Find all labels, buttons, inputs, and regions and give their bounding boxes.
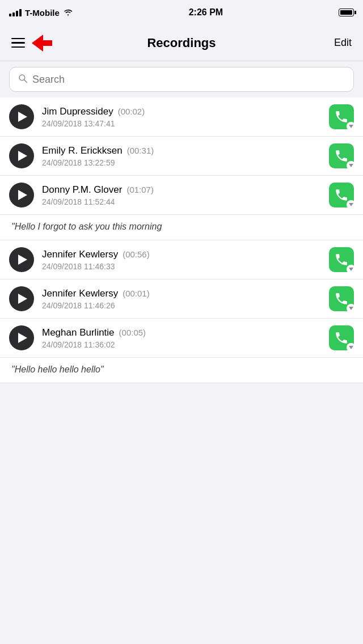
play-button[interactable] [9,325,34,350]
back-arrow-icon [32,35,52,52]
transcript-row: "Hello hello hello hello" [0,358,363,383]
item-name: Jim Dupressidey [42,106,113,117]
item-name-row: Jennifer Kewlersy (00:56) [42,249,321,260]
phone-icon[interactable] [329,286,354,311]
recordings-list: Jim Dupressidey (00:02) 24/09/2018 13:47… [0,98,363,383]
download-badge-icon [347,265,356,274]
item-info: Emily R. Erickksen (00:31) 24/09/2018 13… [42,145,321,167]
list-item[interactable]: Jennifer Kewlersy (00:01) 24/09/2018 11:… [0,279,363,319]
phone-icon[interactable] [329,183,354,207]
download-arrow-icon [349,125,353,128]
item-name: Jennifer Kewlersy [42,249,118,260]
status-bar: T-Mobile 2:26 PM [0,0,363,25]
item-date: 24/09/2018 11:46:26 [42,301,321,310]
item-date: 24/09/2018 11:46:33 [42,262,321,271]
search-input[interactable] [32,74,345,86]
play-button[interactable] [9,183,34,207]
play-button[interactable] [9,286,34,311]
play-triangle-icon [18,151,27,161]
item-date: 24/09/2018 11:36:02 [42,340,321,349]
item-name: Jennifer Kewlersy [42,288,118,299]
edit-button[interactable]: Edit [334,37,352,49]
menu-button[interactable] [11,38,25,48]
play-button[interactable] [9,104,34,129]
signal-bars-icon [9,9,22,16]
item-name-row: Meghan Burlintie (00:05) [42,327,321,338]
item-info: Jennifer Kewlersy (00:01) 24/09/2018 11:… [42,288,321,310]
item-date: 24/09/2018 13:22:59 [42,158,321,167]
download-arrow-icon [349,164,353,167]
play-triangle-icon [18,333,27,343]
play-button[interactable] [9,247,34,272]
download-arrow-icon [349,268,353,271]
nav-left [11,35,52,52]
list-item[interactable]: Jennifer Kewlersy (00:56) 24/09/2018 11:… [0,240,363,279]
download-badge-icon [347,343,356,352]
item-name-row: Donny P.M. Glover (01:07) [42,184,321,196]
battery-fill [340,10,352,15]
download-arrow-icon [349,307,353,310]
list-item[interactable]: Meghan Burlintie (00:05) 24/09/2018 11:3… [0,319,363,358]
item-name-row: Jennifer Kewlersy (00:01) [42,288,321,299]
item-duration: (00:05) [119,328,146,337]
status-right [339,9,354,16]
page-title: Recordings [147,36,216,50]
item-duration: (00:02) [118,107,145,116]
item-info: Meghan Burlintie (00:05) 24/09/2018 11:3… [42,327,321,349]
download-badge-icon [347,200,356,209]
item-date: 24/09/2018 11:52:44 [42,197,321,206]
item-name-row: Jim Dupressidey (00:02) [42,106,321,117]
list-item[interactable]: Emily R. Erickksen (00:31) 24/09/2018 13… [0,137,363,176]
item-name-row: Emily R. Erickksen (00:31) [42,145,321,156]
phone-icon[interactable] [329,325,354,350]
svg-marker-0 [32,35,43,52]
status-time: 2:26 PM [189,7,223,18]
list-item[interactable]: Donny P.M. Glover (01:07) 24/09/2018 11:… [0,176,363,215]
item-name: Emily R. Erickksen [42,145,123,156]
play-triangle-icon [18,255,27,265]
carrier-label: T-Mobile [25,8,60,18]
download-arrow-icon [349,346,353,349]
play-triangle-icon [18,294,27,304]
list-item[interactable]: Jim Dupressidey (00:02) 24/09/2018 13:47… [0,98,363,137]
item-info: Jennifer Kewlersy (00:56) 24/09/2018 11:… [42,249,321,271]
item-date: 24/09/2018 13:47:41 [42,119,321,128]
item-info: Jim Dupressidey (00:02) 24/09/2018 13:47… [42,106,321,128]
play-triangle-icon [18,112,27,122]
item-duration: (00:56) [123,249,150,259]
download-badge-icon [347,304,356,313]
item-duration: (01:07) [126,185,154,194]
nav-bar: Recordings Edit [0,25,363,61]
phone-icon[interactable] [329,104,354,129]
play-button[interactable] [9,143,34,168]
wifi-icon [63,8,73,18]
status-left: T-Mobile [9,8,73,18]
search-bar[interactable] [9,67,354,92]
item-duration: (00:31) [127,146,154,155]
item-duration: (00:01) [123,289,150,298]
battery-icon [339,9,354,16]
item-name: Donny P.M. Glover [42,184,122,196]
search-icon [18,73,28,86]
play-triangle-icon [18,190,27,200]
svg-rect-1 [43,40,52,46]
download-arrow-icon [349,203,353,206]
item-info: Donny P.M. Glover (01:07) 24/09/2018 11:… [42,184,321,206]
phone-icon[interactable] [329,143,354,168]
item-name: Meghan Burlintie [42,327,115,338]
svg-line-3 [24,80,27,83]
search-container [0,61,363,98]
download-badge-icon [347,161,356,170]
phone-icon[interactable] [329,247,354,272]
transcript-row: "Hello I forgot to ask you this morning [0,215,363,240]
download-badge-icon [347,122,356,131]
